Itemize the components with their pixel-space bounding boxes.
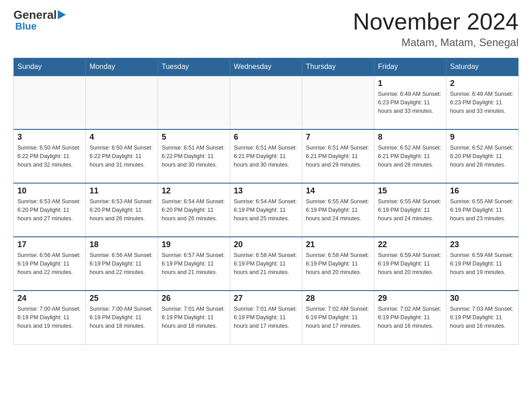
calendar-cell: 18Sunrise: 6:56 AM Sunset: 6:19 PM Dayli… (86, 237, 158, 291)
weekday-header-thursday: Thursday (302, 58, 374, 76)
day-number: 10 (17, 186, 82, 196)
weekday-header-wednesday: Wednesday (230, 58, 302, 76)
day-info: Sunrise: 6:55 AM Sunset: 6:19 PM Dayligh… (378, 197, 442, 223)
calendar-cell: 3Sunrise: 6:50 AM Sunset: 6:22 PM Daylig… (14, 129, 86, 183)
calendar-cell: 9Sunrise: 6:52 AM Sunset: 6:20 PM Daylig… (446, 129, 519, 183)
day-number: 17 (17, 240, 82, 249)
day-number: 27 (234, 294, 298, 303)
svg-marker-0 (58, 10, 66, 19)
calendar-cell: 12Sunrise: 6:54 AM Sunset: 6:20 PM Dayli… (158, 183, 230, 237)
calendar-cell (86, 76, 158, 129)
day-info: Sunrise: 6:53 AM Sunset: 6:20 PM Dayligh… (17, 197, 82, 223)
calendar-cell (230, 76, 302, 129)
day-number: 15 (378, 186, 442, 196)
calendar-cell: 28Sunrise: 7:02 AM Sunset: 6:19 PM Dayli… (302, 291, 374, 344)
day-number: 9 (450, 133, 515, 142)
day-info: Sunrise: 7:01 AM Sunset: 6:19 PM Dayligh… (162, 305, 226, 330)
day-info: Sunrise: 7:00 AM Sunset: 6:19 PM Dayligh… (17, 305, 82, 330)
day-info: Sunrise: 6:51 AM Sunset: 6:21 PM Dayligh… (306, 144, 370, 169)
day-info: Sunrise: 6:56 AM Sunset: 6:19 PM Dayligh… (17, 251, 82, 276)
day-number: 13 (234, 186, 298, 196)
day-number: 11 (90, 186, 154, 196)
calendar-cell: 20Sunrise: 6:58 AM Sunset: 6:19 PM Dayli… (230, 237, 302, 291)
calendar-cell: 27Sunrise: 7:01 AM Sunset: 6:19 PM Dayli… (230, 291, 302, 344)
day-number: 7 (306, 133, 370, 142)
calendar-cell: 23Sunrise: 6:59 AM Sunset: 6:19 PM Dayli… (446, 237, 519, 291)
day-info: Sunrise: 7:02 AM Sunset: 6:19 PM Dayligh… (378, 305, 442, 330)
day-info: Sunrise: 6:55 AM Sunset: 6:19 PM Dayligh… (450, 197, 515, 223)
page-subtitle: Matam, Matam, Senegal (353, 36, 519, 49)
day-number: 6 (234, 133, 298, 142)
day-number: 2 (450, 79, 515, 88)
day-info: Sunrise: 6:59 AM Sunset: 6:19 PM Dayligh… (450, 251, 515, 276)
logo: General Blue (13, 9, 66, 32)
day-number: 8 (378, 133, 442, 142)
calendar-cell: 2Sunrise: 6:49 AM Sunset: 6:23 PM Daylig… (446, 76, 519, 129)
calendar-cell: 19Sunrise: 6:57 AM Sunset: 6:19 PM Dayli… (158, 237, 230, 291)
calendar-cell: 5Sunrise: 6:51 AM Sunset: 6:22 PM Daylig… (158, 129, 230, 183)
weekday-header-saturday: Saturday (446, 58, 519, 76)
day-info: Sunrise: 6:51 AM Sunset: 6:21 PM Dayligh… (234, 144, 298, 169)
calendar-cell (14, 76, 86, 129)
calendar-cell: 14Sunrise: 6:55 AM Sunset: 6:19 PM Dayli… (302, 183, 374, 237)
calendar-cell: 26Sunrise: 7:01 AM Sunset: 6:19 PM Dayli… (158, 291, 230, 344)
logo-text: General (13, 9, 66, 21)
weekday-header-tuesday: Tuesday (158, 58, 230, 76)
weekday-header-sunday: Sunday (14, 58, 86, 76)
day-number: 5 (162, 133, 226, 142)
page-title: November 2024 (353, 9, 519, 34)
day-info: Sunrise: 6:56 AM Sunset: 6:19 PM Dayligh… (90, 251, 154, 276)
day-number: 24 (17, 294, 82, 303)
day-info: Sunrise: 6:58 AM Sunset: 6:19 PM Dayligh… (306, 251, 370, 276)
day-number: 25 (90, 294, 154, 303)
day-number: 21 (306, 240, 370, 249)
day-number: 3 (17, 133, 82, 142)
day-info: Sunrise: 6:59 AM Sunset: 6:19 PM Dayligh… (378, 251, 442, 276)
day-number: 28 (306, 294, 370, 303)
day-info: Sunrise: 6:55 AM Sunset: 6:19 PM Dayligh… (306, 197, 370, 223)
logo-arrow-icon (58, 10, 66, 19)
calendar-cell: 21Sunrise: 6:58 AM Sunset: 6:19 PM Dayli… (302, 237, 374, 291)
day-info: Sunrise: 7:01 AM Sunset: 6:19 PM Dayligh… (234, 305, 298, 330)
day-number: 12 (162, 186, 226, 196)
day-info: Sunrise: 6:50 AM Sunset: 6:22 PM Dayligh… (90, 144, 154, 169)
day-number: 14 (306, 186, 370, 196)
calendar-cell: 1Sunrise: 6:49 AM Sunset: 6:23 PM Daylig… (374, 76, 446, 129)
day-info: Sunrise: 6:54 AM Sunset: 6:19 PM Dayligh… (234, 197, 298, 223)
calendar-cell: 22Sunrise: 6:59 AM Sunset: 6:19 PM Dayli… (374, 237, 446, 291)
day-number: 16 (450, 186, 515, 196)
calendar-cell: 29Sunrise: 7:02 AM Sunset: 6:19 PM Dayli… (374, 291, 446, 344)
day-number: 4 (90, 133, 154, 142)
day-number: 20 (234, 240, 298, 249)
header: General Blue November 2024 Matam, Matam,… (13, 9, 519, 49)
calendar-cell: 17Sunrise: 6:56 AM Sunset: 6:19 PM Dayli… (14, 237, 86, 291)
week-row-3: 10Sunrise: 6:53 AM Sunset: 6:20 PM Dayli… (14, 183, 519, 237)
calendar-cell (158, 76, 230, 129)
day-info: Sunrise: 6:49 AM Sunset: 6:23 PM Dayligh… (450, 90, 515, 115)
day-info: Sunrise: 7:00 AM Sunset: 6:19 PM Dayligh… (90, 305, 154, 330)
day-number: 18 (90, 240, 154, 249)
day-number: 1 (378, 79, 442, 88)
day-info: Sunrise: 6:58 AM Sunset: 6:19 PM Dayligh… (234, 251, 298, 276)
calendar-cell: 13Sunrise: 6:54 AM Sunset: 6:19 PM Dayli… (230, 183, 302, 237)
day-number: 19 (162, 240, 226, 249)
calendar-cell: 7Sunrise: 6:51 AM Sunset: 6:21 PM Daylig… (302, 129, 374, 183)
day-info: Sunrise: 6:57 AM Sunset: 6:19 PM Dayligh… (162, 251, 226, 276)
day-number: 26 (162, 294, 226, 303)
week-row-4: 17Sunrise: 6:56 AM Sunset: 6:19 PM Dayli… (14, 237, 519, 291)
calendar-cell: 16Sunrise: 6:55 AM Sunset: 6:19 PM Dayli… (446, 183, 519, 237)
day-info: Sunrise: 6:50 AM Sunset: 6:22 PM Dayligh… (17, 144, 82, 169)
calendar-cell: 8Sunrise: 6:52 AM Sunset: 6:21 PM Daylig… (374, 129, 446, 183)
day-number: 23 (450, 240, 515, 249)
weekday-header-friday: Friday (374, 58, 446, 76)
calendar-header-row: SundayMondayTuesdayWednesdayThursdayFrid… (14, 58, 519, 76)
day-info: Sunrise: 6:49 AM Sunset: 6:23 PM Dayligh… (378, 90, 442, 115)
calendar-cell: 15Sunrise: 6:55 AM Sunset: 6:19 PM Dayli… (374, 183, 446, 237)
week-row-5: 24Sunrise: 7:00 AM Sunset: 6:19 PM Dayli… (14, 291, 519, 344)
calendar-table: SundayMondayTuesdayWednesdayThursdayFrid… (13, 58, 519, 345)
logo-general: General (13, 9, 57, 21)
logo-blue: Blue (15, 21, 37, 32)
day-info: Sunrise: 7:03 AM Sunset: 6:19 PM Dayligh… (450, 305, 515, 330)
week-row-2: 3Sunrise: 6:50 AM Sunset: 6:22 PM Daylig… (14, 129, 519, 183)
calendar-cell: 10Sunrise: 6:53 AM Sunset: 6:20 PM Dayli… (14, 183, 86, 237)
